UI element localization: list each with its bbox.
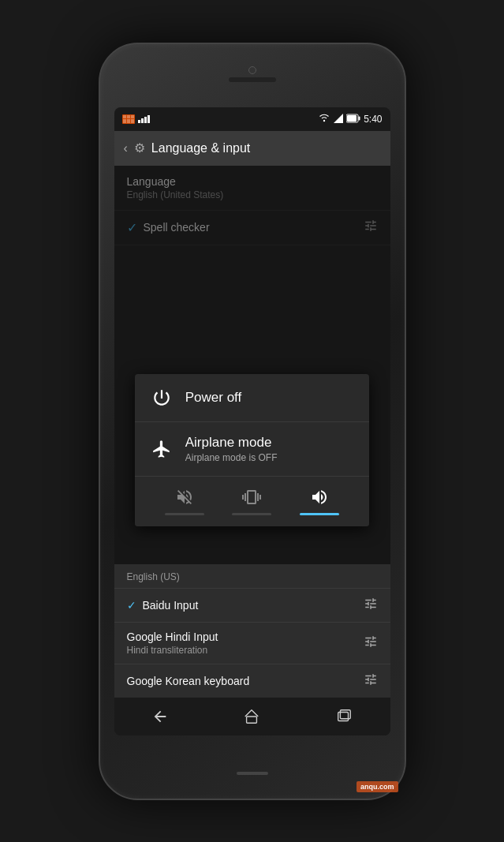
svg-rect-7: [341, 709, 351, 718]
svg-marker-1: [334, 114, 343, 123]
recents-nav-button[interactable]: [328, 701, 360, 732]
google-hindi-title: Google Hindi Input: [127, 631, 218, 643]
header-title: Language & input: [151, 141, 250, 155]
mute-icon: [175, 488, 194, 510]
baidu-checkbox-group: ✓ Baidu Input: [127, 599, 199, 612]
sound-mode-row: [135, 477, 370, 526]
power-off-text: Power off: [185, 390, 242, 406]
home-nav-button[interactable]: [236, 701, 267, 732]
english-us-label: English (US): [127, 571, 180, 582]
baidu-check-icon: ✓: [127, 599, 136, 612]
app-header: ‹ ⚙ Language & input: [114, 131, 390, 166]
google-korean-row[interactable]: Google Korean keyboard: [114, 664, 390, 698]
svg-rect-4: [347, 115, 357, 122]
airplane-title: Airplane mode: [185, 435, 278, 451]
bars-icon: [138, 115, 150, 123]
baidu-input-row[interactable]: ✓ Baidu Input: [114, 589, 390, 623]
google-korean-title: Google Korean keyboard: [127, 675, 250, 687]
status-time: 5:40: [364, 114, 382, 125]
watermark: anqu.com: [357, 781, 398, 792]
airplane-icon: [151, 438, 173, 460]
settings-gear-icon: ⚙: [134, 140, 145, 155]
korean-tune-icon[interactable]: [364, 672, 378, 690]
navigation-bar: [114, 698, 390, 735]
phone-camera: [248, 66, 256, 74]
brick-icon: [122, 114, 135, 124]
power-off-item[interactable]: Power off: [135, 374, 370, 422]
back-nav-button[interactable]: [144, 701, 176, 732]
status-left: [122, 114, 150, 124]
baidu-label: Baidu Input: [143, 599, 199, 612]
popup-menu: Power off Airplane mode: [135, 374, 370, 526]
mute-bar: [165, 513, 204, 515]
vibrate-mode-btn[interactable]: [232, 488, 271, 515]
wifi-icon: [318, 113, 330, 125]
power-off-title: Power off: [185, 390, 242, 406]
below-popup-content: English (US) ✓ Baidu Input: [114, 564, 390, 698]
google-hindi-subtitle: Hindi transliteration: [127, 645, 218, 656]
back-chevron-icon[interactable]: ‹: [124, 141, 128, 155]
status-right: 5:40: [318, 113, 382, 125]
english-us-item: English (US): [114, 564, 390, 589]
svg-rect-5: [247, 717, 257, 723]
phone-screen: 5:40 ‹ ⚙ Language & input Language Engli…: [114, 107, 390, 735]
phone-speaker: [229, 77, 276, 82]
battery-icon: [346, 114, 360, 125]
google-korean-text: Google Korean keyboard: [127, 675, 250, 687]
vibrate-icon: [242, 488, 261, 510]
airplane-text: Airplane mode Airplane mode is OFF: [185, 435, 278, 463]
svg-point-0: [323, 120, 325, 122]
baidu-tune-icon[interactable]: [364, 597, 378, 614]
svg-rect-3: [359, 116, 360, 120]
google-hindi-row[interactable]: Google Hindi Input Hindi transliteration: [114, 623, 390, 664]
hindi-tune-icon[interactable]: [364, 634, 378, 652]
home-indicator: [237, 772, 268, 775]
sound-mode-btn[interactable]: [300, 488, 339, 515]
svg-rect-6: [338, 712, 349, 720]
vibrate-bar: [232, 513, 271, 515]
google-hindi-text: Google Hindi Input Hindi transliteration: [127, 631, 218, 656]
sound-bar-active: [300, 513, 339, 515]
sound-on-icon: [310, 488, 329, 510]
status-bar: 5:40: [114, 107, 390, 131]
signal-icon: [334, 114, 343, 125]
airplane-mode-item[interactable]: Airplane mode Airplane mode is OFF: [135, 422, 370, 477]
airplane-subtitle: Airplane mode is OFF: [185, 452, 278, 463]
power-icon: [151, 387, 173, 409]
mute-mode-btn[interactable]: [165, 488, 204, 515]
phone-device: 5:40 ‹ ⚙ Language & input Language Engli…: [99, 43, 406, 800]
